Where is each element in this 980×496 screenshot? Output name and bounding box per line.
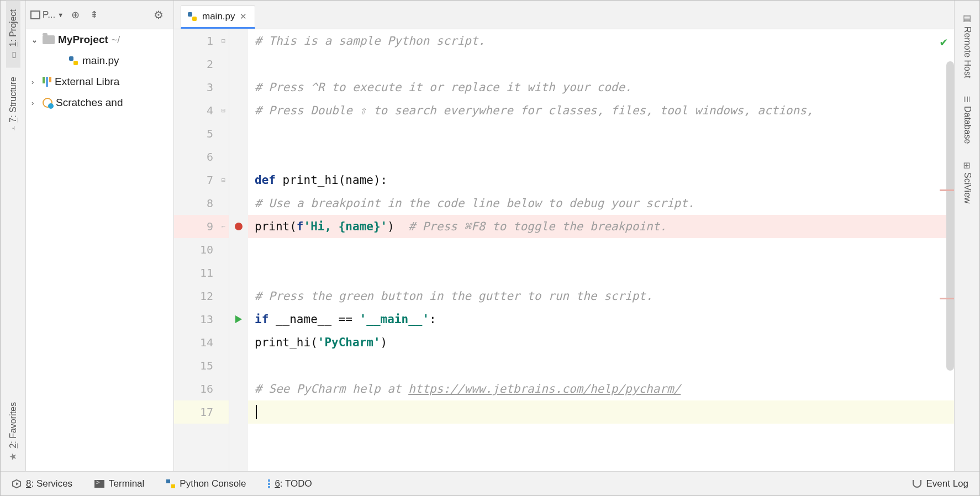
fold-end-icon[interactable]: ⌐	[222, 223, 225, 230]
scratches-icon	[43, 98, 52, 108]
code-editor[interactable]: 1⊟ 2 3 4⊟ 5 6 7⊟ 8 9⌐ 10 11 12 13 14	[174, 29, 954, 471]
code-token: # Press ⌘F8 to toggle the breakpoint.	[394, 220, 667, 233]
database-icon: ≣	[962, 96, 972, 103]
code-line: # Press Double ⇧ to search everywhere fo…	[255, 104, 813, 117]
code-token: f	[297, 220, 304, 233]
tree-root[interactable]: ⌄ MyProject ~/	[26, 29, 173, 50]
rail-tab-project[interactable]: ▭ 1: Project	[6, 1, 20, 68]
statusbar-label: Python Console	[180, 478, 246, 489]
statusbar-todo[interactable]: 6: TODO	[268, 478, 312, 489]
run-gutter-icon[interactable]	[235, 315, 242, 323]
error-stripe-mark[interactable]	[940, 189, 954, 191]
fold-icon[interactable]: ⊟	[222, 37, 225, 45]
lineno: 10	[200, 243, 213, 256]
right-tool-rail: ▤ Remote Host ≣ Database ⊞ SciView	[954, 1, 979, 471]
rail-tab-favorites[interactable]: ★ 2: Favorites	[6, 393, 20, 471]
lineno: 1	[207, 34, 213, 48]
lineno: 11	[200, 266, 213, 279]
lineno: 17	[200, 405, 213, 419]
breakpoint-icon[interactable]	[235, 223, 243, 230]
editor-tab-main[interactable]: main.py ✕	[181, 6, 255, 29]
fold-icon[interactable]: ⊟	[222, 176, 225, 184]
window-icon	[30, 10, 40, 19]
code-token: '__main__'	[360, 313, 429, 326]
code-url[interactable]: https://www.jetbrains.com/help/pycharm/	[408, 382, 681, 395]
project-tree[interactable]: ⌄ MyProject ~/ main.py › External Libra	[26, 29, 174, 471]
editor-tab-label: main.py	[202, 11, 235, 22]
remote-host-icon: ▤	[962, 13, 972, 23]
lineno: 15	[200, 359, 213, 372]
status-bar: 8: Services Terminal Python Console 6: T…	[1, 471, 979, 495]
tree-external-label: External Libra	[55, 76, 119, 88]
chevron-right-icon[interactable]: ›	[31, 78, 39, 86]
inspection-ok-icon[interactable]: ✔	[940, 35, 947, 49]
code-line: # Press the green button in the gutter t…	[255, 289, 653, 303]
lineno: 12	[200, 289, 213, 303]
code-area[interactable]: # This is a sample Python script. # Pres…	[248, 29, 954, 471]
tree-file-main[interactable]: main.py	[26, 50, 173, 71]
lineno: 7	[207, 173, 213, 187]
python-file-icon	[68, 55, 79, 66]
code-token: :	[429, 313, 436, 326]
collapse-icon[interactable]: ⇞	[87, 8, 101, 22]
sciview-icon: ⊞	[962, 162, 972, 169]
statusbar-services[interactable]: 8: Services	[12, 478, 72, 489]
code-line: # Press ^R to execute it or replace it w…	[255, 81, 632, 94]
chevron-right-icon[interactable]: ›	[31, 99, 39, 107]
lineno: 16	[200, 382, 213, 395]
code-token: )	[387, 220, 394, 233]
statusbar-event-log[interactable]: Event Log	[913, 478, 968, 489]
tree-scratches[interactable]: › Scratches and	[26, 92, 173, 113]
python-icon	[166, 479, 175, 488]
library-icon	[43, 77, 51, 87]
terminal-icon	[94, 480, 104, 488]
code-token: if	[255, 313, 276, 326]
code-token: print_hi(name):	[283, 173, 388, 187]
error-stripe-mark[interactable]	[940, 298, 954, 299]
line-gutter[interactable]: 1⊟ 2 3 4⊟ 5 6 7⊟ 8 9⌐ 10 11 12 13 14	[174, 29, 229, 471]
left-tool-rail: ▭ 1: Project ⫞ 7: Structure ★ 2: Favorit…	[1, 1, 26, 471]
services-icon	[12, 479, 22, 489]
chevron-down-icon: ▼	[57, 12, 64, 18]
vertical-scrollbar[interactable]	[946, 61, 954, 371]
rail-tab-database[interactable]: ≣ Database	[960, 88, 974, 152]
rail-tab-sciview[interactable]: ⊞ SciView	[960, 154, 974, 212]
structure-icon: ⫞	[11, 123, 15, 132]
project-icon: ▭	[9, 50, 18, 59]
toolbar: P... ▼ ⊕ ⇞ ⚙ main.py ✕	[26, 1, 954, 29]
marker-gutter[interactable]	[229, 29, 248, 471]
chevron-down-icon[interactable]: ⌄	[31, 36, 39, 44]
statusbar-terminal[interactable]: Terminal	[94, 478, 144, 489]
lineno: 2	[207, 57, 213, 71]
locate-icon[interactable]: ⊕	[68, 8, 82, 22]
tree-scratches-label: Scratches and	[56, 97, 123, 109]
lineno: 13	[200, 313, 213, 326]
tree-external-libraries[interactable]: › External Libra	[26, 71, 173, 92]
lineno: 14	[200, 336, 213, 349]
rail-tab-structure[interactable]: ⫞ 7: Structure	[6, 68, 20, 139]
rail-label: Remote Host	[962, 27, 972, 78]
tree-root-label: MyProject	[58, 34, 108, 46]
lineno: 9	[207, 220, 213, 233]
folder-icon	[43, 35, 55, 44]
tree-root-path: ~/	[112, 34, 120, 46]
todo-icon	[268, 479, 270, 488]
star-icon: ★	[8, 452, 18, 462]
code-line: # This is a sample Python script.	[255, 34, 485, 48]
lineno: 5	[207, 127, 213, 140]
text-caret	[256, 405, 257, 419]
tree-file-label: main.py	[82, 55, 119, 67]
fold-icon[interactable]: ⊟	[222, 107, 225, 114]
rail-tab-remote-host[interactable]: ▤ Remote Host	[960, 5, 974, 86]
rail-label: SciView	[962, 172, 972, 204]
project-selector[interactable]: P... ▼	[30, 9, 64, 20]
svg-marker-1	[16, 482, 18, 485]
close-icon[interactable]: ✕	[240, 12, 247, 22]
code-token: 'PyCharm'	[318, 336, 381, 349]
lineno: 8	[207, 197, 213, 210]
event-log-icon	[913, 480, 921, 488]
statusbar-python-console[interactable]: Python Console	[166, 478, 246, 489]
code-token: print(	[255, 220, 297, 233]
code-token: )	[381, 336, 388, 349]
gear-icon[interactable]: ⚙	[148, 8, 169, 22]
